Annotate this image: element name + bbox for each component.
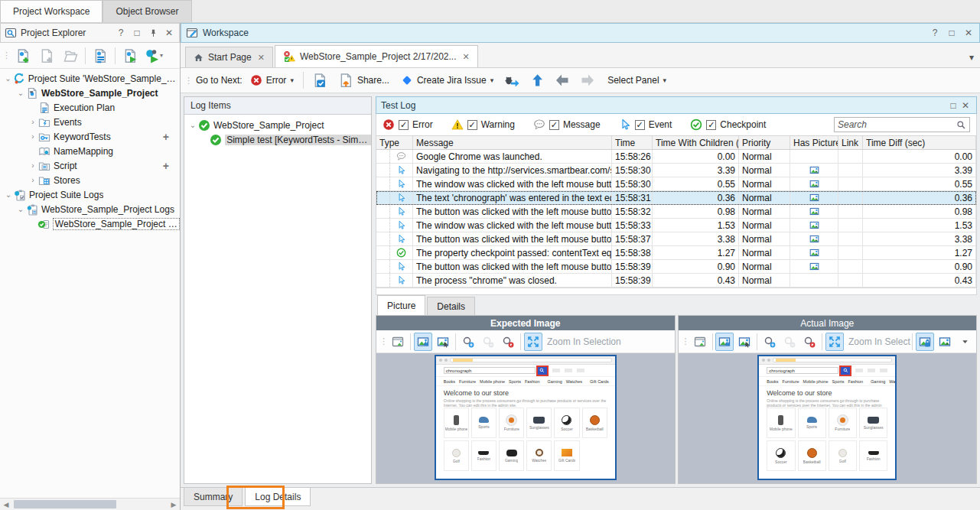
create-jira-issue-button[interactable]: Create Jira Issue ▾ xyxy=(397,70,497,91)
checkbox[interactable]: ✓ xyxy=(399,120,409,130)
tree-item[interactable]: NameMapping xyxy=(0,144,180,158)
fit-image-button[interactable] xyxy=(524,333,542,351)
tab-summary[interactable]: Summary xyxy=(184,488,243,506)
close-tab-icon[interactable]: ✕ xyxy=(258,53,265,63)
tree-item[interactable]: ›KeywordTests+ xyxy=(0,129,180,144)
log-row[interactable]: The button was clicked with the left mou… xyxy=(376,260,976,274)
tree-item[interactable]: ⌄Project Suite Logs xyxy=(0,187,180,202)
go-to-next-error-button[interactable]: Error ▾ xyxy=(246,70,298,91)
add-new-project-button[interactable] xyxy=(12,45,34,67)
organize-tests-button[interactable] xyxy=(90,45,111,67)
scroll-left-arrow[interactable]: ◀ xyxy=(0,501,12,508)
pan-mode-button[interactable] xyxy=(715,333,734,351)
pin-button[interactable] xyxy=(147,27,159,39)
tree-item[interactable]: WebStore_Sample_Project 2/17, xyxy=(0,216,180,231)
tree-item[interactable]: ⌄WebStore_Sample_Project xyxy=(184,118,371,132)
scrollbar-track[interactable] xyxy=(12,499,168,510)
add-new-item-button[interactable] xyxy=(36,45,57,67)
column-header-time[interactable]: Time xyxy=(612,136,653,149)
chevron-down-icon[interactable]: ⌄ xyxy=(3,190,14,199)
checkbox[interactable]: ✓ xyxy=(635,120,645,130)
chevron-down-icon[interactable]: ⌄ xyxy=(187,121,198,129)
image-menu-button[interactable] xyxy=(936,333,954,351)
help-button[interactable]: ? xyxy=(929,27,941,39)
log-row[interactable]: The window was clicked with the left mou… xyxy=(376,177,976,191)
tab-start-page[interactable]: Start Page ✕ xyxy=(185,47,273,67)
help-button[interactable]: ? xyxy=(115,27,127,39)
search-input[interactable] xyxy=(838,119,956,130)
tree-item[interactable]: ›Stores xyxy=(0,173,180,187)
run-project-button[interactable] xyxy=(119,45,141,67)
go-back-button[interactable] xyxy=(552,70,573,91)
close-button[interactable]: ✕ xyxy=(962,27,975,39)
log-row[interactable]: The button was clicked with the left mou… xyxy=(376,205,976,219)
maximize-button[interactable]: □ xyxy=(946,27,958,39)
tree-item[interactable]: Execution Plan xyxy=(0,100,180,115)
chevron-down-icon[interactable]: ⌄ xyxy=(15,89,26,97)
tab-list-caret-icon[interactable]: ▾ xyxy=(969,52,974,63)
select-mode-button[interactable] xyxy=(735,333,754,351)
search-box[interactable] xyxy=(834,117,970,132)
filter-message[interactable]: ✓Message xyxy=(533,119,601,131)
dropdown-caret-button[interactable] xyxy=(956,333,974,351)
column-header-has-picture[interactable]: Has Picture xyxy=(790,136,838,149)
zoom-in-button[interactable] xyxy=(459,333,477,351)
chevron-right-icon[interactable]: › xyxy=(28,118,38,126)
log-row[interactable]: The property checkpoint passed: contentT… xyxy=(376,246,976,260)
tab-object-browser[interactable]: Object Browser xyxy=(103,0,191,22)
log-row[interactable]: The button was clicked with the left mou… xyxy=(376,232,976,246)
chevron-down-icon[interactable]: ⌄ xyxy=(3,74,13,83)
select-panel-button[interactable]: Select Panel ▾ xyxy=(602,70,672,91)
add-item-plus-icon[interactable]: + xyxy=(163,131,169,143)
log-row[interactable]: Google Chrome was launched.15:58:260.00N… xyxy=(376,150,976,164)
add-item-plus-icon[interactable]: + xyxy=(163,160,169,172)
zoom-in-button[interactable] xyxy=(760,333,779,351)
chevron-right-icon[interactable]: › xyxy=(28,161,38,170)
column-header-time-with-children-sec-[interactable]: Time With Children (sec) xyxy=(653,136,739,149)
tree-item[interactable]: ›Script+ xyxy=(0,158,180,173)
project-explorer-hscrollbar[interactable]: ◀ ▶ xyxy=(0,498,180,510)
scroll-right-arrow[interactable]: ▶ xyxy=(168,501,180,508)
share-button[interactable]: Share... xyxy=(334,70,393,91)
chevron-right-icon[interactable]: › xyxy=(28,132,38,141)
export-results-button[interactable] xyxy=(309,70,330,91)
filter-warning[interactable]: ✓Warning xyxy=(451,119,515,131)
maximize-button[interactable]: □ xyxy=(131,27,143,39)
checkbox[interactable]: ✓ xyxy=(549,120,559,130)
tree-item[interactable]: ⌄Project Suite 'WebStore_Sample_Project xyxy=(0,71,180,86)
column-header-type[interactable]: Type xyxy=(376,136,413,149)
tree-item[interactable]: Simple test [KeywordTests - Simple... xyxy=(184,132,371,147)
close-button[interactable]: ✕ xyxy=(163,27,175,39)
tab-details[interactable]: Details xyxy=(427,297,475,315)
log-row[interactable]: The window was clicked with the left mou… xyxy=(376,219,976,232)
open-file-button[interactable] xyxy=(60,45,81,67)
image-window-button[interactable] xyxy=(389,333,407,351)
log-row[interactable]: Navigating to the http://services.smartb… xyxy=(376,164,976,177)
rerun-test-button[interactable] xyxy=(501,70,523,91)
tree-item[interactable]: ⌄WebStore_Sample_Project Logs xyxy=(0,202,180,216)
zoom-out-button[interactable] xyxy=(780,333,799,351)
tab-log-webstore[interactable]: WebStore_Sample_Project 2/17/202... ✕ xyxy=(275,45,478,67)
checkbox[interactable]: ✓ xyxy=(706,120,716,130)
run-project-suite-button[interactable]: ▾ xyxy=(143,45,164,67)
chevron-right-icon[interactable]: › xyxy=(28,176,38,184)
tab-project-workspace[interactable]: Project Workspace xyxy=(0,0,103,22)
filter-event[interactable]: ✓Event xyxy=(619,119,672,131)
zoom-reset-button[interactable] xyxy=(499,333,517,351)
tab-log-details[interactable]: Log Details xyxy=(245,488,311,506)
close-tab-icon[interactable]: ✕ xyxy=(463,52,470,62)
fit-image-button[interactable] xyxy=(825,333,844,351)
tab-picture[interactable]: Picture xyxy=(377,295,425,315)
zoom-reset-button[interactable] xyxy=(800,333,819,351)
tree-item[interactable]: ⌄WebStore_Sample_Project xyxy=(0,86,180,100)
maximize-button[interactable]: □ xyxy=(947,99,959,112)
close-button[interactable]: ✕ xyxy=(959,99,972,112)
chevron-down-icon[interactable]: ⌄ xyxy=(15,205,26,213)
select-mode-button[interactable] xyxy=(434,333,452,351)
column-header-priority[interactable]: Priority xyxy=(739,136,790,149)
checkbox[interactable]: ✓ xyxy=(467,120,477,130)
filter-error[interactable]: ✓Error xyxy=(383,119,433,131)
column-header-link[interactable]: Link xyxy=(838,136,863,149)
tree-item[interactable]: ›Events xyxy=(0,115,180,129)
column-header-time-diff-sec-[interactable]: Time Diff (sec) xyxy=(863,136,976,149)
